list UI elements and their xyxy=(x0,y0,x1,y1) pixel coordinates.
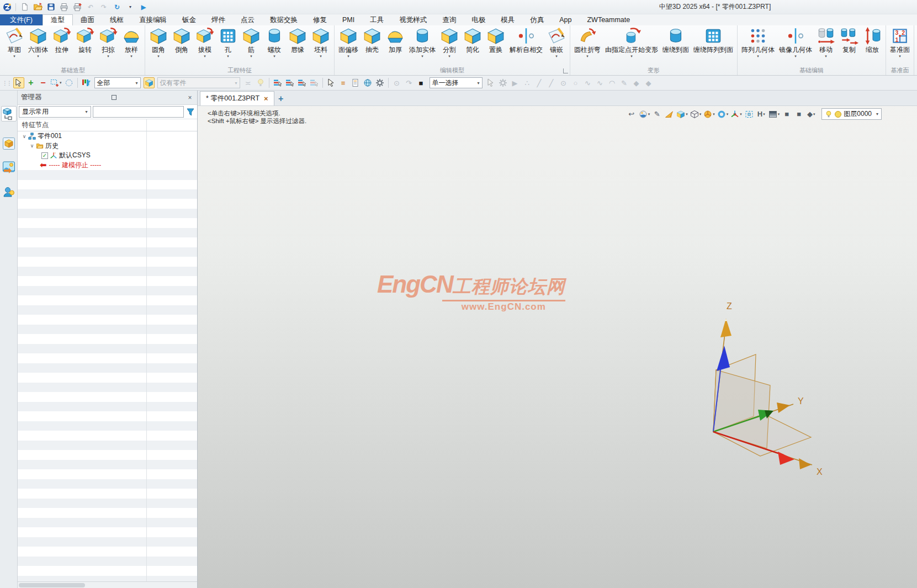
tree-node-part[interactable]: ∨ 零件001 xyxy=(18,131,197,141)
close-tab-icon[interactable]: × xyxy=(264,94,268,103)
web-browser-icon[interactable] xyxy=(362,77,373,88)
spline-icon[interactable]: ∿ xyxy=(582,77,593,88)
tab-tools[interactable]: 工具 xyxy=(362,14,391,25)
pick-list-next-button[interactable] xyxy=(296,77,308,88)
tab-pmi[interactable]: PMI xyxy=(335,14,362,25)
sweep-button[interactable]: 扫掠 ▾ xyxy=(97,26,120,59)
shell-button[interactable]: 抽壳 xyxy=(361,26,384,54)
tab-zwteammate[interactable]: ZWTeammate xyxy=(579,14,638,25)
measure-icon[interactable]: ≍ xyxy=(243,77,254,88)
tab-sheet-metal[interactable]: 钣金 xyxy=(174,14,204,25)
arc-icon[interactable]: ◠ xyxy=(607,77,618,88)
lasso-pick-button[interactable] xyxy=(63,77,75,88)
lamp-icon[interactable] xyxy=(255,77,266,88)
gear-pointer-icon[interactable] xyxy=(497,77,508,88)
tree-node-csys[interactable]: ✓ Y 默认CSYS xyxy=(18,151,197,161)
swatch-icon[interactable]: ■ xyxy=(416,77,427,88)
tab-file[interactable]: 文件(F) xyxy=(0,14,43,25)
pattern-geometry-button[interactable]: 阵列几何体 ▾ xyxy=(739,26,777,59)
sketch-button[interactable]: 草图 ▾ xyxy=(3,26,26,59)
open-file-icon[interactable] xyxy=(33,2,43,12)
hole-button[interactable]: 孔 ▾ xyxy=(216,26,240,59)
new-document-icon[interactable] xyxy=(19,2,29,12)
polyline-icon[interactable]: ╱ xyxy=(546,77,557,88)
tree-node-modeling-stop[interactable]: ⬅ ----- 建模停止 ----- xyxy=(18,161,197,171)
pick-all-button[interactable]: ▾ xyxy=(50,77,62,88)
filter-list-icon[interactable] xyxy=(81,77,92,88)
new-tab-button[interactable]: + xyxy=(274,92,288,105)
dialog-launcher-icon[interactable] xyxy=(563,68,568,73)
circle-dot-icon[interactable]: ⊙ xyxy=(558,77,569,88)
tab-direct-edit[interactable]: 直接编辑 xyxy=(131,14,174,25)
render-manager-icon[interactable] xyxy=(1,159,17,174)
circle-icon[interactable]: ○ xyxy=(570,77,581,88)
filter-funnel-icon[interactable] xyxy=(185,106,196,118)
loft-button[interactable]: 放样 ▾ xyxy=(120,26,143,59)
close-panel-icon[interactable]: × xyxy=(186,94,194,102)
chevron-down-icon[interactable]: ∨ xyxy=(29,143,35,149)
compass-icon[interactable]: ⊙ xyxy=(391,77,402,88)
thicken-button[interactable]: 加厚 xyxy=(384,26,407,54)
restore-panel-icon[interactable] xyxy=(110,94,118,102)
lip-button[interactable]: 唇缘 xyxy=(286,26,309,54)
pick-list-last-button[interactable] xyxy=(309,77,320,88)
zw3d-logo-icon[interactable] xyxy=(2,2,12,12)
line-icon[interactable]: ╱ xyxy=(534,77,545,88)
tab-visual-style[interactable]: 视觉样式 xyxy=(391,14,434,25)
qat-dropdown-icon[interactable]: ▾ xyxy=(125,2,135,12)
revolve-button[interactable]: 旋转 xyxy=(73,26,97,54)
tab-app[interactable]: App xyxy=(552,14,579,25)
pick-mode-select[interactable]: 单一选择 ▾ xyxy=(430,77,483,88)
surface2-icon[interactable]: ◆ xyxy=(643,77,654,88)
resolve-self-intersection-button[interactable]: 解析自相交 xyxy=(507,26,545,54)
remove-pick-button[interactable]: − xyxy=(38,77,49,88)
select-cursor-button[interactable] xyxy=(326,77,337,88)
box-button[interactable]: 六面体 ▾ xyxy=(26,26,50,59)
parts-only-select[interactable]: 仅有零件 ▾ xyxy=(157,77,240,88)
mirror-geometry-button[interactable]: 镜像几何体 ▾ xyxy=(777,26,814,59)
separator[interactable] xyxy=(269,78,269,88)
copy-button[interactable]: 复制 xyxy=(838,26,861,54)
tab-repair[interactable]: 修复 xyxy=(305,14,335,25)
play-icon[interactable]: ▶ xyxy=(510,77,521,88)
wrap-pattern-to-face-button[interactable]: 缠绕阵列到面 xyxy=(691,26,735,54)
tab-electrode[interactable]: 电极 xyxy=(464,14,493,25)
undo-icon[interactable]: ↶ xyxy=(86,2,96,12)
file-browser-icon[interactable] xyxy=(350,77,361,88)
session-icon[interactable] xyxy=(1,184,17,200)
face-offset-button[interactable]: 面偏移 ▾ xyxy=(336,26,361,59)
play-icon[interactable]: ▶ xyxy=(139,2,149,12)
rib-button[interactable]: 筋 ▾ xyxy=(240,26,263,59)
chamfer-button[interactable]: 倒角 xyxy=(170,26,193,54)
pick-from-list-button[interactable] xyxy=(144,77,155,88)
chevron-down-icon[interactable]: ∨ xyxy=(21,134,28,139)
cylindrical-bend-button[interactable]: 圆柱折弯 ▾ xyxy=(572,26,603,59)
divide-button[interactable]: 分割 ▾ xyxy=(438,26,461,59)
surface-icon[interactable]: ◆ xyxy=(631,77,642,88)
tab-weldment[interactable]: 焊件 xyxy=(204,14,233,25)
separator[interactable] xyxy=(77,78,78,88)
add-solid-button[interactable]: 添加实体 ▾ xyxy=(407,26,438,59)
scale-button[interactable]: 缩放 xyxy=(861,26,884,54)
checkbox-checked[interactable]: ✓ xyxy=(41,152,48,159)
hook-curve-icon[interactable]: ↷ xyxy=(404,77,415,88)
history-stack-icon[interactable]: ≡ xyxy=(338,77,349,88)
display-filter-select[interactable]: 显示常用 ▾ xyxy=(19,106,91,118)
tab-shape[interactable]: 造型 xyxy=(43,14,73,25)
add-pick-button[interactable]: + xyxy=(25,77,36,88)
csys-triad[interactable]: Z Y X xyxy=(198,106,917,588)
pointer-icon[interactable] xyxy=(485,77,496,88)
tree-node-history[interactable]: ∨ 历史 xyxy=(18,141,197,151)
pick-button[interactable] xyxy=(13,77,24,88)
points-icon[interactable]: ∴ xyxy=(522,77,533,88)
move-button[interactable]: 移动 ▾ xyxy=(814,26,838,59)
thread-button[interactable]: 螺纹 ▾ xyxy=(263,26,286,59)
curve-icon[interactable]: ∿ xyxy=(595,77,606,88)
emboss-button[interactable]: 镶嵌 ▾ xyxy=(545,26,568,59)
wrap-to-face-button[interactable]: 缠绕到面 xyxy=(660,26,691,54)
tab-wireframe[interactable]: 线框 xyxy=(102,14,131,25)
print-icon[interactable] xyxy=(59,2,69,12)
tab-mold[interactable]: 模具 xyxy=(493,14,522,25)
pick-list-prev-button[interactable] xyxy=(284,77,295,88)
pen-line-icon[interactable]: ✎ xyxy=(619,77,630,88)
